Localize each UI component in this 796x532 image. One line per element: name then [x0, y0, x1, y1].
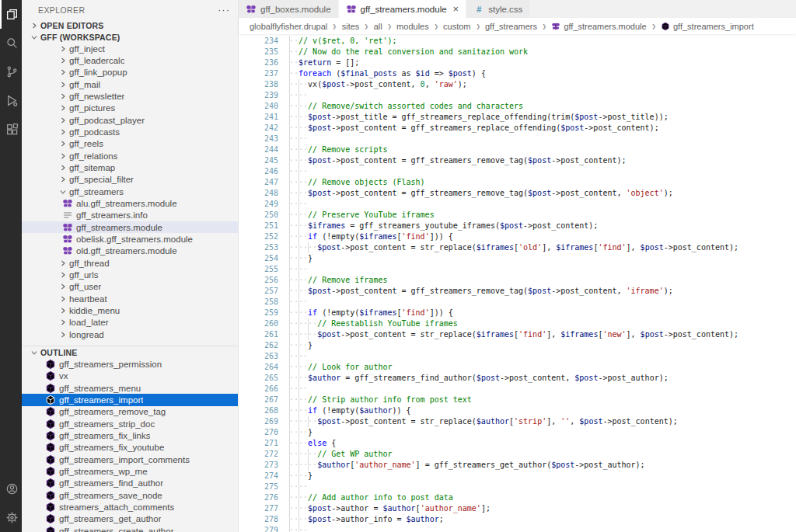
code-line[interactable]: 279···· — [239, 525, 796, 532]
code-line[interactable]: 267····// Strip author info from post te… — [239, 395, 796, 405]
code-line[interactable]: 265····$author = gff_streamers_find_auth… — [239, 373, 796, 384]
breadcrumb-item-modules[interactable]: modules — [396, 22, 429, 31]
outline-item-gff_streamers_wp_me[interactable]: gff_streamers_wp_me — [22, 465, 238, 477]
code-line[interactable]: 240····// Remove/switch assorted codes a… — [239, 101, 796, 112]
tree-item-gff_mail[interactable]: gff_mail — [22, 78, 238, 90]
breadcrumb-item-sites[interactable]: sites — [342, 22, 360, 31]
code-line[interactable]: 239···· — [239, 90, 796, 101]
outline-item-gff_streamers_save_node[interactable]: gff_streamers_save_node — [22, 489, 238, 501]
breadcrumb-item-gff_streamers[interactable]: gff_streamers — [485, 22, 537, 31]
tree-item-kiddie_menu[interactable]: kiddie_menu — [22, 304, 238, 316]
breadcrumb-item-gff_streamers.module[interactable]: gff_streamers.module — [551, 22, 646, 31]
code-line[interactable]: 252····if (!empty($iframes['find'])) { — [239, 231, 796, 242]
tab-gff_boxes.module[interactable]: gff_boxes.module — [239, 0, 338, 18]
tree-item-gff_special_filter[interactable]: gff_special_filter — [22, 174, 238, 186]
code-line[interactable]: 234··// v($ret, 0, 'ret'); — [239, 36, 796, 47]
extensions-icon[interactable] — [0, 115, 22, 144]
outline-item-streamers_attach_comments[interactable]: streamers_attach_comments — [22, 501, 238, 513]
code-line[interactable]: 244····// Remove scripts — [239, 144, 796, 155]
breadcrumb-item-custom[interactable]: custom — [443, 22, 470, 31]
outline-item-gff_streamers_menu[interactable]: gff_streamers_menu — [22, 382, 238, 394]
source-control-icon[interactable] — [0, 57, 22, 86]
code-line[interactable]: 245····$post->post_content = gff_streame… — [239, 155, 796, 166]
tree-item-gff_user[interactable]: gff_user — [22, 281, 238, 293]
code-line[interactable]: 261······$post->post_content = str_repla… — [239, 329, 796, 340]
tree-item-gff_reels[interactable]: gff_reels — [22, 138, 238, 150]
code-line[interactable]: 254····} — [239, 253, 796, 264]
outline-item-gff_streamers_permission[interactable]: gff_streamers_permission — [22, 359, 238, 370]
tree-item-gff_leadercalc[interactable]: gff_leadercalc — [22, 54, 238, 66]
code-line[interactable]: 241····$post->post_title = gff_streamers… — [239, 112, 796, 123]
code-line[interactable]: 259····if (!empty($iframes['find'])) { — [239, 308, 796, 318]
outline-item-gff_streamers_import[interactable]: gff_streamers_import — [22, 394, 238, 405]
tree-item-gff_link_popup[interactable]: gff_link_popup — [22, 67, 238, 78]
code-line[interactable]: 275···· — [239, 482, 796, 492]
code-line[interactable]: 270····} — [239, 427, 796, 438]
code-line[interactable]: 238····vx($post->post_content, 0, 'raw')… — [239, 79, 796, 90]
explorer-icon[interactable] — [0, 0, 22, 29]
more-actions-button[interactable]: ··· — [218, 4, 230, 16]
tree-item-heartbeat[interactable]: heartbeat — [22, 293, 238, 304]
code-line[interactable]: 276····// Add author info to post data — [239, 492, 796, 503]
code-line[interactable]: 264····// Look for author — [239, 362, 796, 373]
tree-item-gff_streamers.info[interactable]: gff_streamers.info — [22, 210, 238, 221]
tree-item-gff_urls[interactable]: gff_urls — [22, 269, 238, 280]
code-line[interactable]: 273······$author['author_name'] = gff_st… — [239, 460, 796, 471]
tree-item-gff_inject[interactable]: gff_inject — [22, 43, 238, 54]
code-line[interactable]: 263···· — [239, 351, 796, 362]
code-line[interactable]: 272······// Get WP author — [239, 449, 796, 460]
code-line[interactable]: 236··$return = []; — [239, 57, 796, 68]
code-line[interactable]: 256····// Remove iframes — [239, 275, 796, 286]
tree-item-gff_podcast_player[interactable]: gff_podcast_player — [22, 114, 238, 126]
code-editor[interactable]: 234··// v($ret, 0, 'ret');235··// Now do… — [239, 34, 796, 532]
tree-item-gff_thread[interactable]: gff_thread — [22, 257, 238, 269]
settings-icon[interactable] — [0, 503, 22, 532]
code-line[interactable]: 249···· — [239, 199, 796, 210]
code-line[interactable]: 268····if (!empty($author)) { — [239, 405, 796, 416]
outline-item-gff_streamers_fix_youtube[interactable]: gff_streamers_fix_youtube — [22, 442, 238, 454]
outline-item-gff_streamers_strip_doc[interactable]: gff_streamers_strip_doc — [22, 418, 238, 429]
code-line[interactable]: 258···· — [239, 297, 796, 308]
code-line[interactable]: 277····$post->author = $author['author_n… — [239, 503, 796, 514]
outline-item-gff_streamers_fix_links[interactable]: gff_streamers_fix_links — [22, 429, 238, 441]
outline-item-gff_streamers_find_author[interactable]: gff_streamers_find_author — [22, 478, 238, 489]
tree-item-gff_sitemap[interactable]: gff_sitemap — [22, 162, 238, 173]
tree-item-gff_pictures[interactable]: gff_pictures — [22, 103, 238, 114]
code-line[interactable]: 260······// Reestablish YouTube iframes — [239, 318, 796, 329]
code-line[interactable]: 248····$post->post_content = gff_streame… — [239, 188, 796, 199]
tab-gff_streamers.module[interactable]: gff_streamers.module× — [339, 0, 466, 18]
tree-item-alu.gff_streamers.module[interactable]: alu.gff_streamers.module — [22, 197, 238, 209]
tree-item-gff_streamers[interactable]: gff_streamers — [22, 186, 238, 197]
outline-item-gff_streamers_create_author[interactable]: gff_streamers_create_author — [22, 525, 238, 532]
code-line[interactable]: 250····// Preserve YouTube iframes — [239, 210, 796, 221]
code-line[interactable]: 274····} — [239, 471, 796, 482]
code-line[interactable]: 237··foreach ($final_posts as $id => $po… — [239, 68, 796, 79]
section-workspace[interactable]: GFF (WORKSPACE) — [22, 31, 238, 43]
code-line[interactable]: 246···· — [239, 166, 796, 177]
tree-item-gff_relations[interactable]: gff_relations — [22, 150, 238, 162]
search-icon[interactable] — [0, 29, 22, 57]
section-open-editors[interactable]: OPEN EDITORS — [22, 19, 238, 31]
code-line[interactable]: 243···· — [239, 134, 796, 144]
tree-item-gff_streamers.module[interactable]: gff_streamers.module — [22, 221, 238, 233]
tree-item-gff_newsletter[interactable]: gff_newsletter — [22, 90, 238, 102]
code-line[interactable]: 247····// Remove objects (Flash) — [239, 177, 796, 188]
run-debug-icon[interactable] — [0, 86, 22, 115]
breadcrumb-item-all[interactable]: all — [374, 22, 382, 31]
tree-item-gff_podcasts[interactable]: gff_podcasts — [22, 126, 238, 137]
code-line[interactable]: 266···· — [239, 384, 796, 395]
code-line[interactable]: 262····} — [239, 340, 796, 351]
tree-item-old.gff_streamers.module[interactable]: old.gff_streamers.module — [22, 245, 238, 257]
code-line[interactable]: 257····$post->post_content = gff_streame… — [239, 286, 796, 297]
outline-item-gff_streamers_remove_tag[interactable]: gff_streamers_remove_tag — [22, 406, 238, 418]
outline-item-gff_streamers_get_author[interactable]: gff_streamers_get_author — [22, 513, 238, 525]
code-line[interactable]: 242····$post->post_content = gff_streame… — [239, 123, 796, 134]
outline-item-gff_streamers_import_comments[interactable]: gff_streamers_import_comments — [22, 454, 238, 465]
outline-item-vx[interactable]: vx — [22, 370, 238, 382]
code-line[interactable]: 269······$post->post_content = str_repla… — [239, 416, 796, 427]
tree-item-longread[interactable]: longread — [22, 329, 238, 340]
breadcrumb-item-gff_streamers_import[interactable]: gff_streamers_import — [661, 22, 754, 31]
account-icon[interactable] — [0, 475, 22, 503]
close-icon[interactable]: × — [453, 4, 459, 14]
code-line[interactable]: 271····else { — [239, 438, 796, 449]
